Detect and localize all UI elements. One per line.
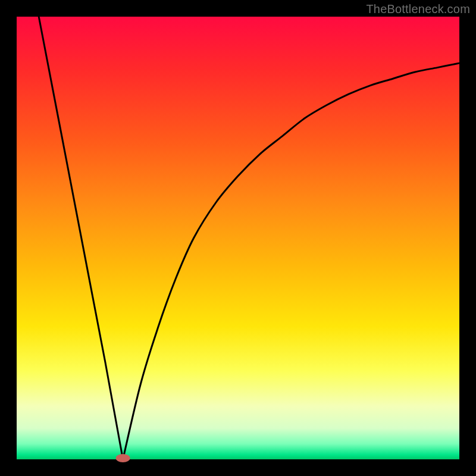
vertex-marker [116,454,130,462]
chart-frame: TheBottleneck.com [0,0,476,476]
plot-area [17,17,459,459]
bottleneck-curve-svg [17,17,459,459]
curve-left-branch [39,17,123,459]
watermark-text: TheBottleneck.com [366,2,470,16]
curve-right-branch [123,63,459,459]
